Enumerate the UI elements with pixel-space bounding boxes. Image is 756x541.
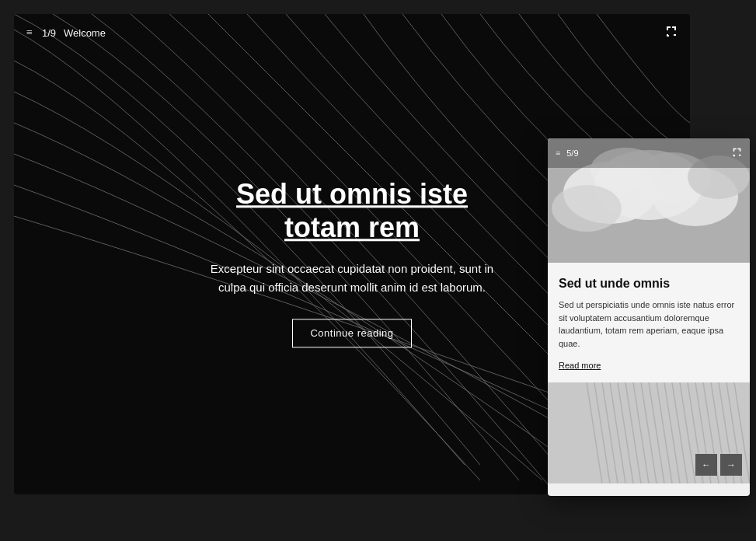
page-counter: 1/9 [42, 27, 56, 39]
main-body-text: Excepteur sint occaecat cupidatat non pr… [197, 260, 507, 298]
mobile-page-counter: 5/9 [566, 148, 732, 158]
mobile-hamburger-icon[interactable]: ≡ [556, 148, 560, 158]
mobile-top-bar: ≡ 5/9 [548, 138, 750, 168]
continue-reading-button[interactable]: Continue reading [292, 319, 411, 348]
main-heading: Sed ut omnis iste totam rem [197, 177, 507, 244]
mobile-bottom-image: ← → [548, 382, 750, 483]
mobile-article-body: Sed ut perspiciatis unde omnis iste natu… [559, 298, 739, 350]
hamburger-icon[interactable]: ≡ [26, 26, 33, 39]
desktop-top-bar: ≡ 1/9 Welcome [14, 14, 690, 51]
main-content: Sed ut omnis iste totam rem Excepteur si… [197, 177, 507, 347]
mobile-article-heading: Sed ut unde omnis [559, 277, 739, 291]
page-title: Welcome [64, 27, 665, 39]
mobile-view: ≡ 5/9 Sed ut unde omnis Sed ut perspicia… [548, 138, 750, 496]
expand-icon[interactable] [665, 25, 678, 40]
prev-arrow-button[interactable]: ← [695, 454, 717, 476]
mobile-navigation: ← → [695, 454, 742, 476]
mobile-top-image: ≡ 5/9 [548, 138, 750, 263]
mobile-content-area: Sed ut unde omnis Sed ut perspiciatis un… [548, 263, 750, 382]
read-more-link[interactable]: Read more [559, 361, 601, 370]
mobile-expand-icon[interactable] [732, 147, 742, 160]
next-arrow-button[interactable]: → [720, 454, 742, 476]
